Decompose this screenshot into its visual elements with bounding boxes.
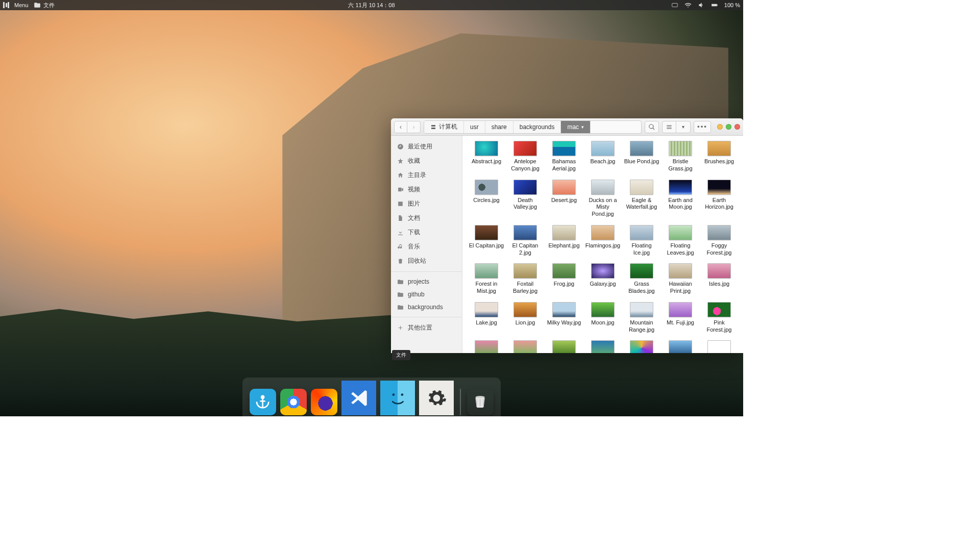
file-item[interactable]: Rolling Waves.jpg	[624, 340, 659, 353]
window-minimize-button[interactable]	[717, 124, 723, 130]
sidebar-item-projects[interactable]: projects	[391, 276, 462, 288]
file-item[interactable]: Frog.jpg	[546, 263, 582, 295]
file-item[interactable]: Pink Lotus Flower.jpg	[469, 340, 504, 353]
file-thumbnail	[669, 141, 692, 156]
sidebar-item-图片[interactable]: 图片	[391, 197, 462, 211]
file-item[interactable]: Floating Leaves.jpg	[663, 225, 698, 257]
file-item[interactable]: Galaxy.jpg	[585, 263, 621, 295]
nav-back-button[interactable]: ‹	[394, 121, 407, 133]
file-item[interactable]: Lake.jpg	[469, 302, 504, 334]
breadcrumb-backgrounds[interactable]: backgrounds	[513, 121, 561, 133]
file-item[interactable]: Flamingos.jpg	[585, 225, 621, 257]
dock-app-settings[interactable]	[419, 381, 454, 415]
file-thumbnail	[513, 225, 537, 240]
plus-icon	[397, 324, 404, 331]
nav-forward-button[interactable]: ›	[407, 121, 421, 133]
active-app-indicator[interactable]: 文件	[34, 2, 55, 9]
sidebar-item-backgrounds[interactable]: backgrounds	[391, 301, 462, 313]
file-item[interactable]: Circles.jpg	[469, 180, 504, 218]
file-name-label: Abstract.jpg	[472, 158, 501, 165]
sidebar-item-文档[interactable]: 文档	[391, 211, 462, 225]
file-item[interactable]: Antelope Canyon.jpg	[507, 141, 543, 172]
file-item[interactable]: Floating Ice.jpg	[624, 225, 659, 257]
file-item[interactable]: Isles.jpg	[701, 263, 737, 295]
breadcrumb-usr[interactable]: usr	[464, 121, 485, 133]
file-name-label: Flamingos.jpg	[585, 242, 620, 249]
breadcrumb-计算机[interactable]: 计算机	[424, 121, 464, 133]
keyboard-icon[interactable]	[671, 2, 678, 9]
sidebar-item-主目录[interactable]: 主目录	[391, 168, 462, 182]
file-item[interactable]: Brushes.jpg	[701, 141, 737, 172]
sidebar-item-其他位置[interactable]: 其他位置	[391, 321, 462, 335]
window-close-button[interactable]	[734, 124, 740, 130]
file-item[interactable]: Foggy Forest.jpg	[701, 225, 737, 257]
file-item[interactable]: El Capitan 2.jpg	[507, 225, 543, 257]
file-item[interactable]: Death Valley.jpg	[507, 180, 543, 218]
battery-icon[interactable]	[711, 2, 718, 9]
file-item[interactable]: Eagle & Waterfall.jpg	[624, 180, 659, 218]
file-item[interactable]: El Capitan.jpg	[469, 225, 504, 257]
dock-app-chromium[interactable]	[280, 389, 307, 415]
sidebar-item-最近使用[interactable]: 最近使用	[391, 140, 462, 154]
sidebar-item-下载[interactable]: 下载	[391, 226, 462, 239]
file-item[interactable]: Shapes.jpg	[663, 340, 698, 353]
sidebar-item-收藏[interactable]: 收藏	[391, 154, 462, 168]
file-thumbnail	[669, 225, 692, 240]
file-item[interactable]: Blue Pond.jpg	[624, 141, 659, 172]
volume-icon[interactable]	[698, 2, 705, 9]
sidebar-item-github[interactable]: github	[391, 288, 462, 300]
hamburger-menu-button[interactable]: •••	[694, 121, 711, 133]
file-item[interactable]: Pink Forest.jpg	[701, 302, 737, 334]
file-name-label: Earth Horizon.jpg	[701, 197, 737, 211]
file-item[interactable]: Milky Way.jpg	[546, 302, 582, 334]
file-thumbnail	[475, 263, 498, 279]
file-item[interactable]: Grass Blades.jpg	[624, 263, 659, 295]
view-list-button[interactable]	[662, 121, 676, 133]
file-item[interactable]: Hawaiian Print.jpg	[663, 263, 698, 295]
dock-app-firefox[interactable]	[311, 389, 337, 415]
file-item[interactable]: Beach.jpg	[585, 141, 621, 172]
file-item[interactable]: Mt. Fuji.jpg	[663, 302, 698, 334]
sidebar-item-视频[interactable]: 视频	[391, 183, 462, 196]
dock	[242, 378, 501, 416]
file-item[interactable]: Ducks on a Misty Pond.jpg	[585, 180, 621, 218]
file-item[interactable]: Sky.jpg	[701, 340, 737, 353]
wifi-icon[interactable]	[684, 2, 692, 9]
breadcrumb-mac[interactable]: mac▾	[561, 121, 591, 133]
clock[interactable]: 六 11月 10 14：08	[348, 2, 395, 9]
sidebar-item-label: 其他位置	[408, 323, 432, 332]
file-item[interactable]: Foxtail Barley.jpg	[507, 263, 543, 295]
dock-app-anchor[interactable]	[250, 389, 276, 415]
file-item[interactable]: Forest in Mist.jpg	[469, 263, 504, 295]
file-item[interactable]: Abstract.jpg	[469, 141, 504, 172]
file-item[interactable]: Bristle Grass.jpg	[663, 141, 698, 172]
file-item[interactable]: Poppies.jpg	[507, 340, 543, 353]
file-item[interactable]: Lion.jpg	[507, 302, 543, 334]
file-item[interactable]: Rice Paddy.jpg	[585, 340, 621, 353]
folder-icon	[397, 279, 404, 285]
window-maximize-button[interactable]	[726, 124, 731, 130]
file-item[interactable]: Red Bells.jpg	[546, 340, 582, 353]
breadcrumb-share[interactable]: share	[485, 121, 513, 133]
search-button[interactable]	[645, 121, 659, 133]
file-thumbnail	[552, 302, 576, 317]
file-item[interactable]: Mountain Range.jpg	[624, 302, 659, 334]
file-thumbnail	[475, 141, 498, 156]
dock-trash[interactable]	[467, 389, 494, 415]
file-item[interactable]: Moon.jpg	[585, 302, 621, 334]
file-item[interactable]: Earth Horizon.jpg	[701, 180, 737, 218]
file-item[interactable]: Bahamas Aerial.jpg	[546, 141, 582, 172]
file-thumbnail	[475, 340, 498, 353]
dock-app-vscode[interactable]	[341, 381, 376, 415]
file-item[interactable]: Desert.jpg	[546, 180, 582, 218]
dock-app-files[interactable]	[380, 381, 415, 415]
sidebar-item-音乐[interactable]: 音乐	[391, 240, 462, 254]
view-options-button[interactable]: ▾	[676, 121, 691, 133]
sidebar-item-回收站[interactable]: 回收站	[391, 254, 462, 268]
file-thumbnail	[475, 225, 498, 240]
sidebar-item-label: 下载	[408, 228, 420, 237]
menu-button[interactable]: Menu	[14, 2, 29, 8]
file-item[interactable]: Earth and Moon.jpg	[663, 180, 698, 218]
file-thumbnail	[707, 141, 731, 156]
file-item[interactable]: Elephant.jpg	[546, 225, 582, 257]
